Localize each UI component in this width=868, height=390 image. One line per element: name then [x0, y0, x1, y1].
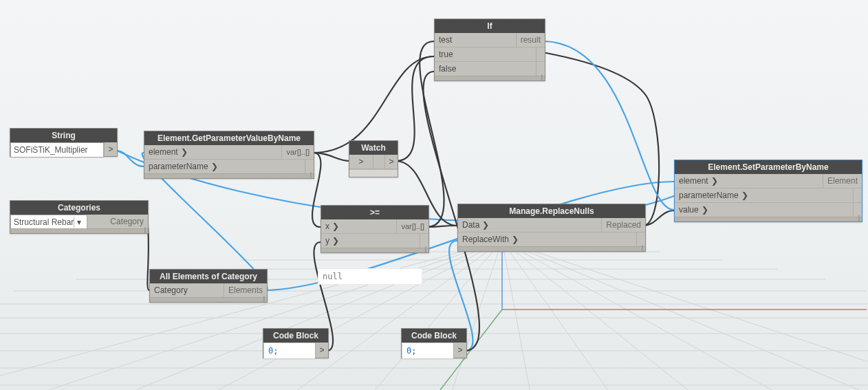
string-value-input[interactable]: SOFiSTiK_Multiplier [10, 142, 104, 158]
chevron-right-icon[interactable]: ❯ [329, 221, 339, 231]
node-if[interactable]: If test result true false [434, 19, 545, 81]
input-port-element[interactable]: element❯ [675, 174, 823, 188]
input-port-y[interactable]: y❯ [321, 234, 420, 248]
node-watch[interactable]: Watch > > [349, 140, 398, 177]
output-port-elements[interactable]: Elements [224, 283, 267, 297]
output-port-replaced[interactable]: Replaced [602, 218, 645, 232]
output-port[interactable]: > [315, 343, 328, 358]
code-input[interactable]: 0; [402, 343, 453, 359]
node-footer [150, 297, 267, 302]
node-title: All Elements of Category [150, 270, 267, 283]
input-port-element[interactable]: element❯ [144, 145, 282, 159]
node-set-parameter-by-name[interactable]: Element.SetParameterByName element❯ Elem… [674, 160, 862, 222]
output-port[interactable]: Category [87, 215, 148, 228]
node-footer [10, 228, 148, 233]
node-title: Element.SetParameterByName [675, 160, 862, 174]
node-code-block-2[interactable]: Code Block 0; > [401, 328, 467, 358]
chevron-down-icon[interactable]: ▾ [74, 217, 84, 228]
node-footer [435, 76, 545, 80]
watch-preview [349, 169, 398, 177]
output-port[interactable]: > [453, 343, 466, 358]
output-port-var[interactable]: var[]..[] [397, 219, 428, 233]
chevron-right-icon[interactable]: ❯ [329, 236, 339, 246]
node-code-block-1[interactable]: Code Block 0; > [263, 328, 329, 358]
node-title: Element.GetParameterValueByName [144, 131, 314, 145]
node-footer [321, 248, 428, 252]
input-port-true[interactable]: true [435, 47, 536, 61]
input-port-parametername[interactable]: parameterName❯ [675, 188, 854, 202]
chevron-right-icon[interactable]: ❯ [509, 235, 519, 244]
chevron-right-icon[interactable]: ❯ [208, 162, 218, 171]
node-greater-equal[interactable]: >= x❯ var[]..[] y❯ [321, 205, 429, 253]
node-footer [458, 246, 645, 251]
node-title: Categories [10, 201, 148, 215]
input-port-value[interactable]: value❯ [675, 203, 854, 217]
node-replace-nulls[interactable]: Manage.ReplaceNulls Data❯ Replaced Repla… [457, 204, 646, 252]
chevron-right-icon[interactable]: ❯ [739, 191, 748, 200]
node-title: String [10, 129, 117, 142]
null-preview-note: null [318, 268, 422, 285]
input-port-category[interactable]: Category [150, 283, 224, 297]
input-port-replacewith[interactable]: ReplaceWith❯ [458, 232, 637, 246]
chevron-right-icon[interactable]: ❯ [699, 205, 708, 215]
node-categories[interactable]: Categories Structural Rebar ▾ Category [10, 200, 149, 234]
node-title: Code Block [263, 329, 328, 343]
node-footer [675, 217, 862, 221]
output-port-element[interactable]: Element [823, 174, 862, 188]
chevron-right-icon[interactable]: ❯ [708, 176, 718, 186]
code-input[interactable]: 0; [263, 343, 315, 359]
input-port-data[interactable]: Data❯ [458, 218, 602, 232]
categories-dropdown[interactable]: Structural Rebar [14, 217, 74, 228]
chevron-right-icon[interactable]: ❯ [178, 147, 188, 157]
chevron-right-icon[interactable]: ❯ [479, 220, 489, 230]
input-port-test[interactable]: test [435, 33, 517, 47]
output-port-result[interactable]: result [517, 33, 545, 47]
output-port[interactable]: > [384, 155, 398, 169]
output-port[interactable]: > [104, 142, 117, 156]
input-port-x[interactable]: x❯ [321, 219, 397, 233]
node-title: Manage.ReplaceNulls [458, 204, 645, 218]
input-port-false[interactable]: false [435, 62, 536, 76]
node-string[interactable]: String SOFiSTiK_Multiplier > [10, 128, 118, 157]
node-title: Code Block [402, 329, 466, 343]
node-all-elements-of-category[interactable]: All Elements of Category Category Elemen… [149, 269, 268, 303]
node-title: Watch [349, 141, 398, 155]
node-title: If [435, 19, 545, 33]
node-get-parameter-value-by-name[interactable]: Element.GetParameterValueByName element❯… [144, 131, 314, 179]
input-port-parametername[interactable]: parameterName❯ [144, 160, 305, 173]
node-title: >= [321, 206, 428, 219]
node-footer [144, 173, 314, 178]
input-port[interactable]: > [349, 155, 373, 169]
output-port-var[interactable]: var[]..[] [282, 145, 314, 159]
